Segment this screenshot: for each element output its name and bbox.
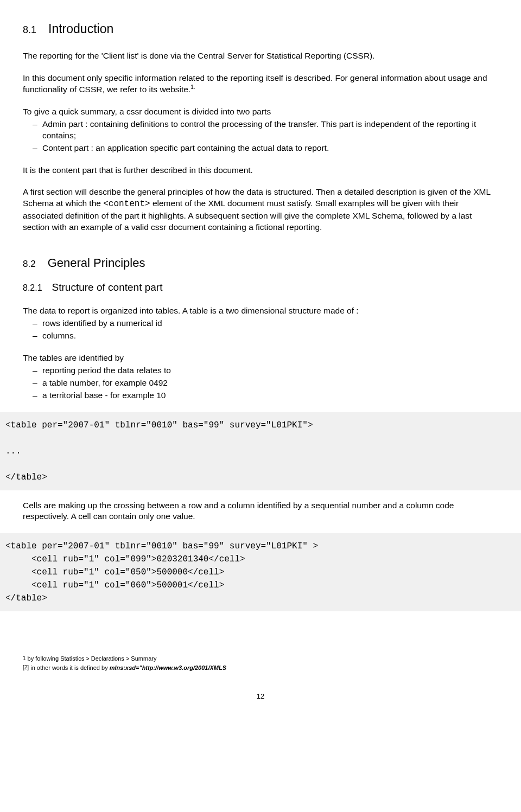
list-item: Content part : an application specific p… bbox=[33, 143, 498, 154]
heading-number: 8.2 bbox=[23, 259, 36, 269]
heading-8-2-1: 8.2.1Structure of content part bbox=[23, 280, 498, 295]
bullet-list: Admin part : containing definitions to c… bbox=[23, 119, 498, 154]
heading-8-1: 8.1Introduction bbox=[23, 21, 498, 37]
list-item: a territorial base - for example 10 bbox=[33, 390, 498, 401]
paragraph: To give a quick summary, a cssr document… bbox=[23, 106, 498, 118]
heading-8-2: 8.2General Principles bbox=[23, 255, 498, 271]
footnote-marker: [2] bbox=[23, 664, 29, 670]
list-item: reporting period the data relates to bbox=[33, 365, 498, 376]
list-item: columns. bbox=[33, 330, 498, 342]
heading-number: 8.1 bbox=[23, 24, 36, 35]
heading-number: 8.2.1 bbox=[23, 283, 42, 292]
paragraph: The reporting for the 'Client list' is d… bbox=[23, 50, 498, 62]
footnote-text: in other words it is defined by bbox=[29, 664, 110, 671]
heading-title: Introduction bbox=[48, 22, 113, 36]
heading-title: Structure of content part bbox=[52, 282, 163, 293]
paragraph: The tables are identified by bbox=[23, 353, 498, 364]
bullet-list: rows identified by a numerical id column… bbox=[23, 318, 498, 342]
paragraph: Cells are making up the crossing between… bbox=[23, 500, 498, 523]
list-item: a table number, for example 0492 bbox=[33, 378, 498, 389]
list-item: Admin part : containing definitions to c… bbox=[33, 119, 498, 142]
code-block: <table per="2007-01" tblnr="0010" bas="9… bbox=[0, 533, 521, 611]
paragraph: The data to report is organized into tab… bbox=[23, 305, 498, 317]
paragraph: It is the content part that is further d… bbox=[23, 165, 498, 176]
paragraph: In this document only specific informati… bbox=[23, 73, 498, 95]
footnote: 1 by following Statistics > Declarations… bbox=[23, 655, 498, 663]
bullet-list: reporting period the data relates to a t… bbox=[23, 365, 498, 401]
footnote-ref: 1. bbox=[190, 84, 195, 90]
footnote: [2] in other words it is defined by mlns… bbox=[23, 664, 498, 672]
footnote-italic: mlns:xsd="http://www.w3.org/2001/XMLS bbox=[110, 664, 226, 671]
inline-code: <content> bbox=[103, 199, 150, 209]
paragraph: A first section will describe the genera… bbox=[23, 187, 498, 233]
footnote-text: by following Statistics > Declarations >… bbox=[26, 655, 157, 662]
list-item: rows identified by a numerical id bbox=[33, 318, 498, 329]
page-number: 12 bbox=[23, 692, 498, 701]
code-block: <table per="2007-01" tblnr="0010" bas="9… bbox=[0, 412, 521, 490]
footnotes: 1 by following Statistics > Declarations… bbox=[23, 655, 498, 672]
heading-title: General Principles bbox=[48, 256, 145, 270]
paragraph-text: In this document only specific informati… bbox=[23, 73, 487, 94]
